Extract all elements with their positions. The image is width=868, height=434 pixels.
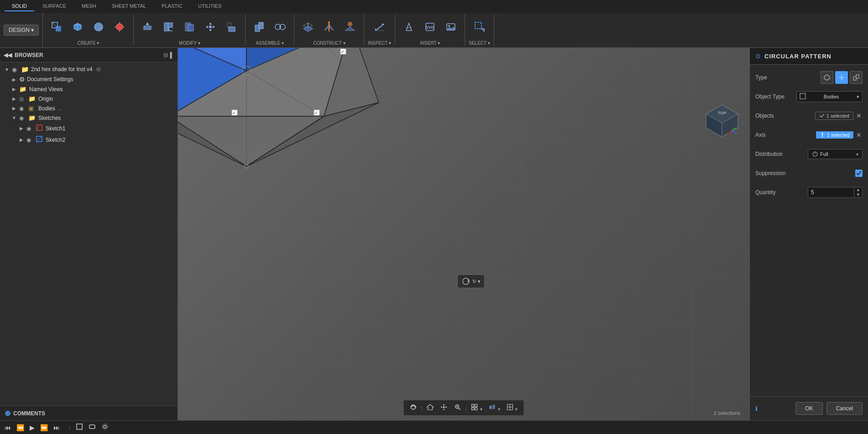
tree-item-bodies[interactable]: ▶ ◉ ▣ Bodies ... — [0, 103, 178, 113]
new-comp-btn[interactable] — [249, 14, 269, 40]
new-component-btn[interactable] — [47, 14, 67, 40]
expand-root[interactable]: ▼ — [4, 66, 10, 72]
fillet-btn[interactable] — [158, 14, 178, 40]
vis-root[interactable]: ◉ — [12, 66, 19, 73]
vis-bodies[interactable]: ◉ — [19, 105, 26, 112]
tree-item-sketch1[interactable]: ▶ ◉ Sketch1 — [0, 123, 178, 134]
select-group-label[interactable]: SELECT ▾ — [469, 41, 490, 46]
frame-circle-btn[interactable] — [89, 423, 96, 432]
distribution-select[interactable]: Full ▾ — [808, 149, 863, 159]
expand-sketch2[interactable]: ▶ — [18, 137, 25, 143]
nav-start-btn[interactable]: ⏮ — [5, 424, 11, 431]
objects-selected-badge[interactable]: 1 selected — [815, 112, 853, 120]
construct-group-label[interactable]: CONSTRUCT ▾ — [313, 41, 345, 46]
axis-btn[interactable] — [319, 14, 339, 40]
tab-mesh[interactable]: MESH — [74, 1, 104, 11]
quantity-input[interactable] — [808, 188, 854, 197]
boolean-btn[interactable] — [110, 14, 130, 40]
joint-btn[interactable] — [270, 14, 290, 40]
assemble-group-label[interactable]: ASSEMBLE ▾ — [256, 41, 284, 46]
view-mode-btn[interactable]: ▾ — [469, 402, 485, 413]
svg-text:✓: ✓ — [232, 110, 236, 115]
point-btn[interactable] — [340, 14, 360, 40]
press-pull-btn[interactable] — [137, 14, 157, 40]
axis-clear-btn[interactable]: ✕ — [855, 130, 863, 140]
move-btn[interactable] — [200, 14, 220, 40]
home-btn[interactable] — [424, 402, 436, 413]
inspect-group-label[interactable]: INSPECT ▾ — [368, 41, 391, 46]
tree-item-doc-settings[interactable]: ▶ ⚙ Document Settings — [0, 74, 178, 84]
vis-sketch2[interactable]: ◉ — [26, 137, 34, 143]
joint-icon — [273, 20, 287, 34]
design-button[interactable]: DESIGN ▾ — [4, 25, 39, 36]
expand-origin[interactable]: ▶ — [11, 96, 17, 102]
nav-next-btn[interactable]: ⏩ — [40, 424, 48, 431]
ok-button[interactable]: OK — [795, 402, 822, 415]
zoom-btn[interactable] — [452, 402, 464, 413]
comments-bar[interactable]: ⊕ COMMENTS — [0, 406, 178, 420]
type-components-btn[interactable] — [850, 71, 863, 84]
tree-item-sketch2[interactable]: ▶ ◉ Sketch2 — [0, 134, 178, 145]
tree-item-sketches[interactable]: ▼ ◉ 📁 Sketches — [0, 113, 178, 123]
nav-play-btn[interactable]: ▶ — [30, 424, 35, 431]
nav-cube[interactable]: TOP — [704, 103, 740, 139]
insert-image-btn[interactable] — [441, 14, 461, 40]
combine-btn[interactable] — [179, 14, 199, 40]
type-faces-btn[interactable] — [821, 71, 833, 84]
objects-clear-btn[interactable]: ✕ — [855, 111, 863, 120]
svg-marker-114 — [416, 406, 417, 408]
tab-sheet-metal[interactable]: SHEET METAL — [105, 1, 153, 11]
viewport[interactable]: ✓ ✓ ✓ ↻ ▾ — [178, 48, 749, 420]
tree-item-origin[interactable]: ▶ ◎ 📁 Origin — [0, 94, 178, 103]
expand-bodies[interactable]: ▶ — [11, 105, 17, 112]
tab-plastic[interactable]: PLASTIC — [154, 1, 190, 11]
suppression-checkbox[interactable] — [855, 170, 863, 177]
quantity-up-btn[interactable]: ▲ — [854, 187, 862, 192]
type-bodies-btn[interactable] — [835, 71, 848, 84]
pan-btn[interactable] — [438, 402, 450, 413]
objects-label: Objects — [755, 113, 796, 119]
tab-solid[interactable]: SOLID — [5, 1, 34, 11]
sphere-btn[interactable] — [89, 14, 109, 40]
browser-panel-toggle[interactable]: ▌ — [170, 52, 174, 58]
select-btn[interactable] — [470, 14, 490, 40]
tree-item-named-views[interactable]: ▶ 📁 Named Views — [0, 84, 178, 94]
nav-end-btn[interactable]: ⏭ — [53, 424, 60, 431]
measure-btn[interactable] — [370, 14, 390, 40]
tab-utilities[interactable]: UTILITIES — [191, 1, 229, 11]
insert-svg-btn[interactable]: SVG — [420, 14, 440, 40]
vis-sketch1[interactable]: ◉ — [26, 125, 34, 132]
orbit-btn[interactable] — [408, 402, 419, 413]
frame-square-btn[interactable] — [76, 423, 83, 432]
browser-options-icon[interactable]: ⊟ — [163, 52, 168, 58]
tree-item-root[interactable]: ▼ ◉ 📁 2nd hex shade for Inst v4 ⊙ — [0, 64, 178, 74]
object-type-select[interactable]: Bodies ▾ — [796, 91, 863, 102]
cancel-button[interactable]: Cancel — [826, 402, 863, 415]
expand-doc[interactable]: ▶ — [11, 76, 17, 83]
info-icon[interactable]: ℹ — [755, 405, 758, 412]
insert-mesh-btn[interactable] — [399, 14, 419, 40]
root-pin[interactable]: ⊙ — [96, 66, 101, 72]
axis-selected-badge[interactable]: 1 selected — [816, 131, 853, 139]
modify-group-label[interactable]: MODIFY ▾ — [179, 41, 200, 46]
insert-group-label[interactable]: INSERT ▾ — [420, 41, 440, 46]
rotation-indicator[interactable]: ↻ ▾ — [457, 274, 485, 288]
create-group-label[interactable]: CREATE ▾ — [78, 41, 99, 46]
quantity-field[interactable]: ▲ ▼ — [808, 187, 863, 198]
offset-plane-btn[interactable] — [298, 14, 318, 40]
expand-sketches[interactable]: ▼ — [11, 115, 17, 121]
box-btn[interactable] — [68, 14, 88, 40]
quantity-down-btn[interactable]: ▼ — [854, 192, 862, 197]
settings-btn[interactable] — [101, 423, 109, 432]
display-mode-btn[interactable]: ▾ — [486, 402, 502, 413]
vis-origin[interactable]: ◎ — [19, 96, 26, 102]
expand-named-views[interactable]: ▶ — [11, 86, 17, 93]
offset-plane-icon — [301, 20, 315, 34]
nav-prev-btn[interactable]: ⏪ — [16, 424, 24, 431]
collapse-icon[interactable]: ◀◀ — [4, 52, 12, 58]
grid-btn[interactable]: ▾ — [504, 402, 520, 413]
scale-btn[interactable] — [221, 14, 241, 40]
expand-sketch1[interactable]: ▶ — [18, 125, 25, 132]
vis-sketches[interactable]: ◉ — [19, 115, 26, 121]
tab-surface[interactable]: SURFACE — [35, 1, 73, 11]
